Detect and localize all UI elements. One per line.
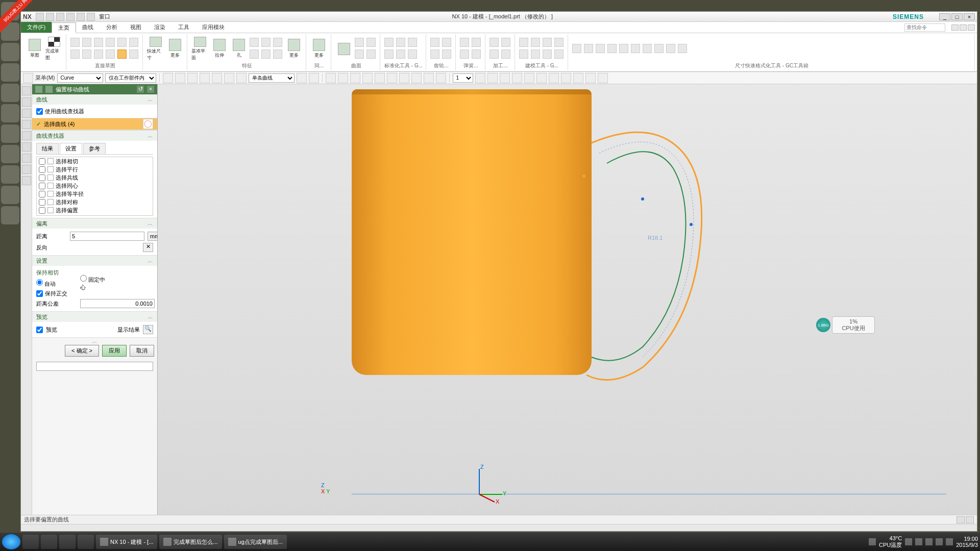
tool-icon[interactable] [531, 38, 540, 47]
view-tool-icon[interactable] [424, 73, 434, 83]
navigator-icon[interactable] [22, 142, 31, 152]
save-icon[interactable] [36, 13, 44, 21]
tool-icon[interactable] [442, 49, 451, 59]
view-tool-icon[interactable] [375, 73, 385, 83]
wcs-triad[interactable]: Z Y X [469, 464, 510, 505]
tool-icon[interactable] [654, 44, 664, 53]
tool-icon[interactable] [366, 38, 376, 47]
select-curve-row[interactable]: ✓ 选择曲线 (4) [32, 118, 157, 130]
finder-item[interactable]: 选择平行 [37, 165, 153, 173]
type-filter-select[interactable]: Curve [57, 73, 103, 83]
view-tool-icon[interactable] [399, 73, 409, 83]
tab-analysis[interactable]: 分析 [100, 22, 124, 33]
tool-icon[interactable] [543, 38, 552, 47]
sel-tool-icon[interactable] [224, 73, 234, 83]
menu-label[interactable]: 菜单(M) [35, 74, 55, 82]
section-curve[interactable]: 曲线︿ [32, 94, 157, 105]
surface-button[interactable] [335, 37, 353, 61]
finder-checkbox[interactable] [39, 215, 45, 216]
sel-tool-icon[interactable] [187, 73, 198, 83]
view-tool-icon[interactable] [585, 73, 596, 83]
view-tool-icon[interactable] [561, 73, 571, 83]
extend-icon[interactable] [82, 49, 91, 59]
tool-icon[interactable] [543, 49, 552, 59]
preview-checkbox[interactable] [36, 327, 43, 333]
tool-icon[interactable] [619, 44, 628, 53]
reverse-direction-button[interactable]: ✕ [143, 243, 153, 252]
feature-icon[interactable] [273, 49, 282, 59]
sel-tool-icon[interactable] [236, 73, 247, 83]
navigator-icon[interactable] [22, 165, 31, 174]
desktop-icon[interactable] [1, 186, 19, 204]
navigator-icon[interactable] [22, 97, 31, 107]
doc-restore-button[interactable] [960, 24, 967, 31]
finder-checkbox[interactable] [39, 158, 45, 165]
fixed-center-radio[interactable] [80, 275, 87, 282]
tool-icon[interactable] [408, 38, 417, 47]
tab-reference[interactable]: 参考 [83, 143, 106, 154]
finder-list[interactable]: 选择相切 选择平行 选择共线 选择同心 选择等半径 选择对称 选择偏置 选择垂合… [36, 157, 153, 216]
circle-icon[interactable] [106, 38, 115, 47]
tab-home[interactable]: 主页 [52, 22, 76, 33]
sel-tool-icon[interactable] [297, 73, 307, 83]
view-tool-icon[interactable] [387, 73, 397, 83]
tab-view[interactable]: 视图 [124, 22, 148, 33]
maximize-button[interactable]: □ [951, 13, 963, 20]
unit-select[interactable]: mm [148, 232, 157, 241]
finish-sketch-button[interactable]: 完成草图 [45, 37, 63, 61]
tool-icon[interactable] [442, 38, 451, 47]
tool-icon[interactable] [607, 44, 617, 53]
fillet-icon[interactable] [94, 49, 103, 59]
mirror-icon[interactable] [129, 49, 138, 59]
window-menu[interactable]: 窗口 [97, 13, 112, 21]
doc-close-button[interactable] [968, 24, 975, 31]
close-button[interactable]: × [964, 13, 975, 20]
resize-handle[interactable]: ︿ [32, 338, 157, 342]
start-button[interactable] [2, 534, 20, 549]
arc2-icon[interactable] [94, 38, 103, 47]
reset-icon[interactable]: ↺ [137, 86, 144, 93]
scope-filter-select[interactable]: 仅在工作部件内 [105, 73, 156, 83]
section-finder[interactable]: 曲线查找器︿ [32, 131, 157, 141]
view-tool-icon[interactable] [411, 73, 422, 83]
sel-tool-icon[interactable] [309, 73, 319, 83]
finder-item[interactable]: 选择垂合顶点 [37, 214, 153, 216]
tray-icon[interactable] [936, 538, 943, 545]
desktop-icon[interactable] [1, 63, 19, 82]
chamfer-icon[interactable] [106, 49, 115, 59]
tray-icon[interactable] [946, 538, 953, 545]
tab-curve[interactable]: 曲线 [76, 22, 100, 33]
show-result-button[interactable]: 🔍 [143, 325, 153, 334]
view-tool-icon[interactable] [326, 73, 336, 83]
tray-icon[interactable] [905, 538, 912, 545]
doc-minimize-button[interactable] [951, 24, 959, 31]
tool-icon[interactable] [430, 49, 439, 59]
tool-icon[interactable] [643, 44, 652, 53]
trim-icon[interactable] [70, 49, 80, 59]
tool-icon[interactable] [596, 44, 605, 53]
finder-checkbox[interactable] [39, 166, 45, 173]
minimize-button[interactable]: _ [939, 13, 950, 20]
section-settings[interactable]: 设置︿ [32, 256, 157, 266]
view-tool-icon[interactable] [487, 73, 498, 83]
tool-icon[interactable] [430, 38, 439, 47]
view-tool-icon[interactable] [500, 73, 510, 83]
taskbar-item[interactable]: ug点完成草图后... [224, 535, 287, 549]
tab-settings[interactable]: 设置 [60, 143, 82, 154]
tool-icon[interactable] [366, 49, 376, 59]
tool-icon[interactable] [460, 49, 469, 59]
navigator-icon[interactable] [22, 109, 31, 118]
view-tool-icon[interactable] [338, 73, 348, 83]
expression-input[interactable] [36, 362, 153, 371]
sel-tool-icon[interactable] [200, 73, 210, 83]
dialog-close-icon[interactable]: × [147, 86, 154, 93]
spline-icon[interactable] [129, 38, 138, 47]
offset-move-curve-icon[interactable] [117, 49, 127, 59]
view-tool-icon[interactable] [475, 73, 485, 83]
tolerance-input[interactable] [80, 299, 155, 308]
view-tool-icon[interactable] [536, 73, 547, 83]
view-tool-icon[interactable] [598, 73, 608, 83]
menu-icon[interactable] [23, 73, 33, 83]
tool-icon[interactable] [501, 38, 510, 47]
use-curve-finder-checkbox[interactable] [36, 108, 43, 115]
